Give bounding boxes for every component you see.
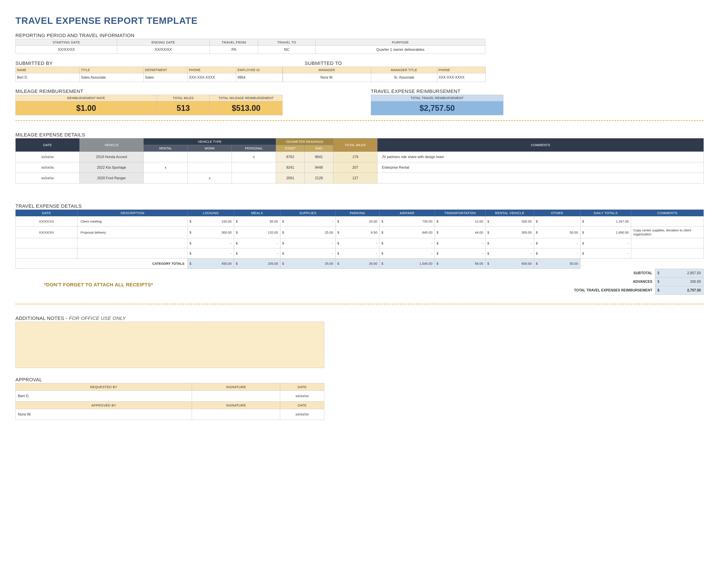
table-row: $-$-$-$-$-$-$-$-$- <box>16 238 704 248</box>
td-rental[interactable]: $300.00 <box>486 216 534 226</box>
md-start[interactable]: 9241 <box>276 162 305 173</box>
advances-value[interactable]: $200.00 <box>655 277 704 286</box>
td-comments[interactable] <box>631 238 704 248</box>
md-date[interactable]: xx/xx/xx <box>16 152 80 162</box>
req-date[interactable]: xx/xx/xx <box>280 391 324 402</box>
sb-dept-value[interactable]: Sales <box>144 73 188 82</box>
req-sig[interactable] <box>192 391 280 402</box>
app-name[interactable]: Nora W. <box>16 409 192 420</box>
td-lodging[interactable]: $- <box>188 248 234 258</box>
td-lodging[interactable]: $150.00 <box>188 216 234 226</box>
td-airfare[interactable]: $700.00 <box>380 216 435 226</box>
td-other[interactable]: $- <box>534 216 580 226</box>
td-parking[interactable]: $- <box>336 238 380 248</box>
md-work[interactable]: x <box>188 173 232 183</box>
md-rental[interactable]: x <box>144 162 188 173</box>
md-end[interactable]: 8941 <box>305 152 333 162</box>
md-rental[interactable] <box>144 152 188 162</box>
td-desc[interactable] <box>77 238 188 248</box>
td-transport[interactable]: $12.00 <box>435 216 486 226</box>
td-desc[interactable]: Proposal delivery <box>77 226 188 238</box>
st-title-value[interactable]: Sr. Associate <box>371 73 437 82</box>
td-rental[interactable]: $- <box>486 238 534 248</box>
td-supplies[interactable]: $- <box>280 238 336 248</box>
td-date[interactable] <box>16 248 77 258</box>
td-rental[interactable]: $- <box>486 248 534 258</box>
td-comments[interactable] <box>631 248 704 258</box>
period-purpose-value[interactable]: Quarter 1 owner deliverables <box>315 46 485 54</box>
td-airfare[interactable]: $- <box>380 248 435 258</box>
td-daily-header: DAILY TOTALS <box>580 210 631 216</box>
td-other[interactable]: $- <box>534 248 580 258</box>
app-sig[interactable] <box>192 409 280 420</box>
cat-label: CATEGORY TOTALS <box>16 258 188 269</box>
td-airfare[interactable]: $- <box>380 238 435 248</box>
md-work[interactable] <box>188 152 232 162</box>
td-airfare[interactable]: $845.00 <box>380 226 435 238</box>
td-parking[interactable]: $20.00 <box>336 216 380 226</box>
td-lodging[interactable]: $300.00 <box>188 226 234 238</box>
md-personal[interactable] <box>232 162 276 173</box>
td-meals[interactable]: $120.00 <box>234 226 280 238</box>
submitted-to-table: MANAGER MANAGER TITLE PHONE Nora W. Sr. … <box>283 67 486 82</box>
td-other[interactable]: $50.00 <box>534 226 580 238</box>
td-desc[interactable]: Client meeting <box>77 216 188 226</box>
req-header: REQUESTED BY <box>16 383 192 391</box>
app-date[interactable]: xx/xx/xx <box>280 409 324 420</box>
md-comments[interactable]: JV partners ride share with design team <box>377 152 704 162</box>
td-daily: $1,690.50 <box>580 226 631 238</box>
td-supplies[interactable]: $- <box>280 248 336 258</box>
td-supplies[interactable]: $25.00 <box>280 226 336 238</box>
md-comments[interactable] <box>377 173 704 183</box>
td-supplies[interactable]: $- <box>280 216 336 226</box>
sb-name-value[interactable]: Bert D. <box>16 73 80 82</box>
sb-eid-value[interactable]: 8954 <box>236 73 283 82</box>
md-end[interactable]: 9448 <box>305 162 333 173</box>
st-phone-value[interactable]: XXX-XXX-XXXX <box>437 73 486 82</box>
req-name[interactable]: Bert D. <box>16 391 192 402</box>
td-transport[interactable]: $- <box>435 248 486 258</box>
td-comments[interactable]: Copy center supplies, donation to client… <box>631 226 704 238</box>
md-personal[interactable]: x <box>232 152 276 162</box>
st-manager-value[interactable]: Nora W. <box>283 73 371 82</box>
td-rental[interactable]: $300.00 <box>486 226 534 238</box>
subtotal-value: $2,957.50 <box>655 269 704 277</box>
md-odo-header: ODOMETER READINGS <box>276 138 333 145</box>
td-meals[interactable]: $- <box>234 248 280 258</box>
md-date[interactable]: xx/xx/xx <box>16 173 80 183</box>
td-transport[interactable]: $- <box>435 238 486 248</box>
period-to-value[interactable]: NC <box>258 46 315 54</box>
td-parking[interactable]: $6.50 <box>336 226 380 238</box>
td-desc[interactable] <box>77 248 188 258</box>
md-end[interactable]: 2128 <box>305 173 333 183</box>
td-meals[interactable]: $- <box>234 238 280 248</box>
sb-phone-value[interactable]: XXX-XXX-XXXX <box>188 73 236 82</box>
additional-notes-input[interactable] <box>15 322 324 368</box>
td-lodging-header: LODGING <box>188 210 234 216</box>
md-personal[interactable] <box>232 173 276 183</box>
md-vehicle[interactable]: 2022 Kia Sportage <box>80 162 144 173</box>
sb-title-value[interactable]: Sales Associate <box>80 73 144 82</box>
period-end-value[interactable]: XX/XX/XX <box>117 46 210 54</box>
period-from-value[interactable]: PA <box>210 46 258 54</box>
md-start[interactable]: 8762 <box>276 152 305 162</box>
td-date[interactable]: XX/XX/XX <box>16 226 77 238</box>
td-parking[interactable]: $- <box>336 248 380 258</box>
period-start-value[interactable]: XX/XX/XX <box>16 46 117 54</box>
md-comments[interactable]: Enterprise Rental <box>377 162 704 173</box>
md-vehicle[interactable]: 2019 Honda Accord <box>80 152 144 162</box>
td-comments[interactable] <box>631 216 704 226</box>
md-work[interactable] <box>188 162 232 173</box>
td-transport[interactable]: $44.00 <box>435 226 486 238</box>
td-date[interactable] <box>16 238 77 248</box>
md-start[interactable]: 2001 <box>276 173 305 183</box>
td-lodging[interactable]: $- <box>188 238 234 248</box>
md-vehicle[interactable]: 2020 Ford Ranger <box>80 173 144 183</box>
td-date[interactable]: XX/XX/XX <box>16 216 77 226</box>
td-other[interactable]: $- <box>534 238 580 248</box>
submitted-by-label: SUBMITTED BY <box>15 60 283 66</box>
td-meals[interactable]: $85.00 <box>234 216 280 226</box>
cat-parking: $26.50 <box>336 258 380 269</box>
md-date[interactable]: xx/xx/xx <box>16 162 80 173</box>
md-rental[interactable] <box>144 173 188 183</box>
